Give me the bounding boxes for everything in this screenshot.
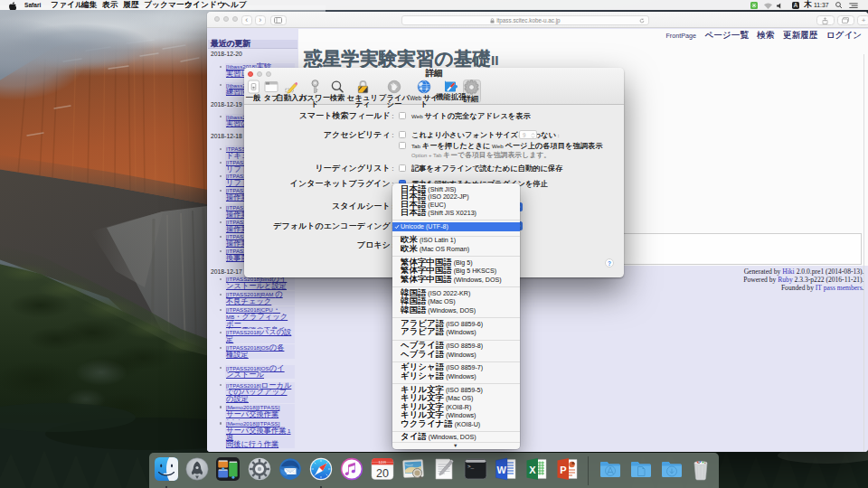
svg-text:X: X [529,465,536,475]
svg-text:12月: 12月 [379,460,387,465]
svg-text:A: A [793,2,797,8]
svg-text:>_: >_ [467,464,475,470]
svg-text:20: 20 [376,467,389,480]
svg-text:W: W [496,465,506,475]
svg-text:P: P [560,465,566,475]
